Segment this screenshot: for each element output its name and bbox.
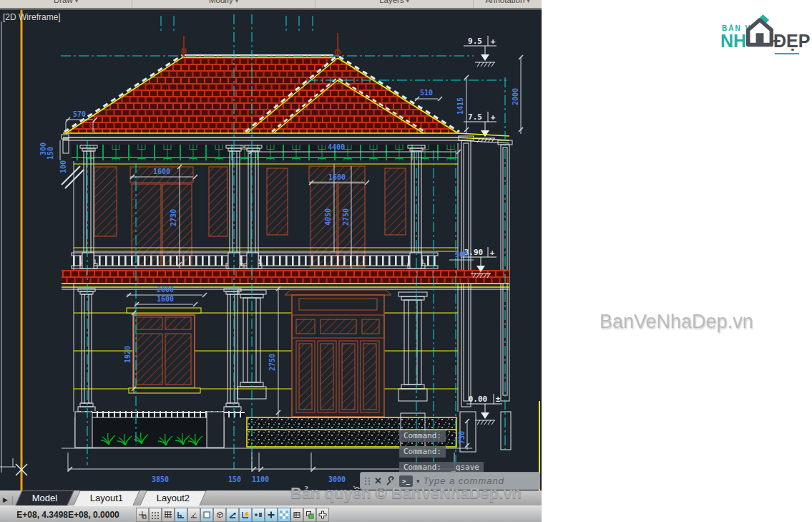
viewport-label[interactable]: [2D Wireframe] xyxy=(3,12,61,22)
first-floor-window xyxy=(127,308,201,393)
column xyxy=(78,289,95,412)
svg-text:1920: 1920 xyxy=(124,346,132,363)
svg-text:150: 150 xyxy=(228,475,241,483)
svg-text:1415: 1415 xyxy=(456,97,464,115)
svg-text:+: + xyxy=(490,248,495,257)
svg-text:1100: 1100 xyxy=(252,475,269,483)
side-watermark: BanVeNhaDep.vn xyxy=(600,311,753,333)
command-history-line: Command: xyxy=(399,430,446,442)
svg-text:0.00: 0.00 xyxy=(469,395,488,404)
svg-text:9.5: 9.5 xyxy=(468,37,482,46)
svg-text:150: 150 xyxy=(47,147,54,160)
chevron-down-icon: ▾ xyxy=(527,0,530,4)
chevron-down-icon: ▾ xyxy=(75,0,78,4)
logo-text-nh: NH xyxy=(720,31,746,52)
green-beam-band xyxy=(72,145,458,160)
model-space-canvas[interactable]: [2D Wireframe] xyxy=(0,10,542,490)
object-snap-tracking-icon[interactable] xyxy=(226,508,239,522)
object-snap-icon[interactable] xyxy=(200,508,213,522)
svg-text:2000: 2000 xyxy=(157,286,174,294)
transparency-icon[interactable] xyxy=(278,508,290,522)
autocad-window: Draw ▾ Modify ▾ Layers ▾ Annotation ▾ [2… xyxy=(0,0,542,522)
bottom-watermark: Bản quyền © BanVeNhaDep.vn xyxy=(290,484,522,503)
logo-underline xyxy=(775,53,799,54)
ribbon-panel-modify[interactable]: Modify ▾ xyxy=(132,0,315,8)
quick-properties-icon[interactable] xyxy=(290,508,303,522)
svg-text:7.5: 7.5 xyxy=(468,112,482,122)
svg-text:500: 500 xyxy=(455,251,468,258)
planter xyxy=(75,412,224,448)
3d-object-snap-icon[interactable] xyxy=(213,508,226,522)
banvenhadep-logo: BẢN VẼ NH ĐẸP xyxy=(718,7,811,52)
elevation-drawing: 9.5 + 7.5 + 3.90 + 0.00 ± 570 510 1415 2… xyxy=(0,10,542,490)
drag-grip-icon[interactable] xyxy=(365,478,371,485)
svg-text:2730: 2730 xyxy=(170,209,177,226)
snap-icon[interactable] xyxy=(136,508,149,522)
status-bar: E+08, 4.3498E+08, 0.0000 xyxy=(0,506,542,522)
svg-text:4050: 4050 xyxy=(324,208,332,226)
svg-text:1600: 1600 xyxy=(157,295,174,303)
polar-tracking-icon[interactable] xyxy=(187,508,200,522)
svg-text:4400: 4400 xyxy=(328,143,345,151)
ribbon-panel-annotation[interactable]: Annotation ▾ xyxy=(474,0,542,8)
ortho-icon[interactable] xyxy=(175,508,187,522)
dynamic-input-icon[interactable] xyxy=(239,508,252,522)
lineweight-icon[interactable] xyxy=(252,508,265,522)
column xyxy=(224,289,241,412)
svg-text:570: 570 xyxy=(73,110,86,118)
svg-text:2750: 2750 xyxy=(342,208,350,226)
svg-text:+: + xyxy=(491,37,496,46)
svg-text:100: 100 xyxy=(59,160,67,173)
selection-cycling-icon[interactable] xyxy=(303,508,316,522)
tab-layout1[interactable]: Layout1 xyxy=(74,490,141,506)
svg-text:1600: 1600 xyxy=(328,173,346,181)
chevron-down-icon: ▾ xyxy=(235,0,238,4)
screenshot-root: Draw ▾ Modify ▾ Layers ▾ Annotation ▾ [2… xyxy=(0,0,812,522)
tab-model[interactable]: Model xyxy=(15,490,74,506)
svg-text:±: ± xyxy=(496,395,501,404)
tab-layout2[interactable]: Layout2 xyxy=(140,490,207,506)
roof-finial xyxy=(182,33,341,58)
ribbon-panel-draw[interactable]: Draw ▾ xyxy=(0,0,132,8)
house-icon xyxy=(743,13,776,49)
svg-text:510: 510 xyxy=(420,89,433,97)
awning-roof xyxy=(62,270,509,284)
grid-display-icon[interactable] xyxy=(149,508,162,522)
svg-text:1600: 1600 xyxy=(153,168,170,175)
chevron-down-icon: ▾ xyxy=(406,0,409,4)
balustrade xyxy=(72,253,438,269)
logo-text-dep: ĐẸP xyxy=(773,31,810,52)
svg-text:+: + xyxy=(491,112,496,122)
command-history: Command: Command: Command: _qsave xyxy=(399,430,484,473)
main-door xyxy=(285,290,391,417)
svg-text:2750: 2750 xyxy=(268,354,276,371)
dynamic-ucs-icon[interactable] xyxy=(265,508,278,522)
level-markers xyxy=(461,36,502,425)
customization-icon[interactable] xyxy=(316,508,329,522)
svg-text:2000: 2000 xyxy=(512,88,519,105)
svg-text:3850: 3850 xyxy=(152,475,169,483)
grid-icon[interactable] xyxy=(162,508,175,522)
chevron-down-icon[interactable]: ▾ xyxy=(416,478,420,485)
fancy-column xyxy=(398,292,427,401)
second-floor-windows xyxy=(94,166,406,267)
ribbon-panel-layers[interactable]: Layers ▾ xyxy=(315,0,474,8)
command-history-line: Command: xyxy=(399,446,446,458)
tab-nav-icon[interactable]: ▶ xyxy=(0,496,13,506)
coordinate-display[interactable]: E+08, 4.3498E+08, 0.0000 xyxy=(0,510,136,520)
svg-text:3000: 3000 xyxy=(328,475,346,483)
